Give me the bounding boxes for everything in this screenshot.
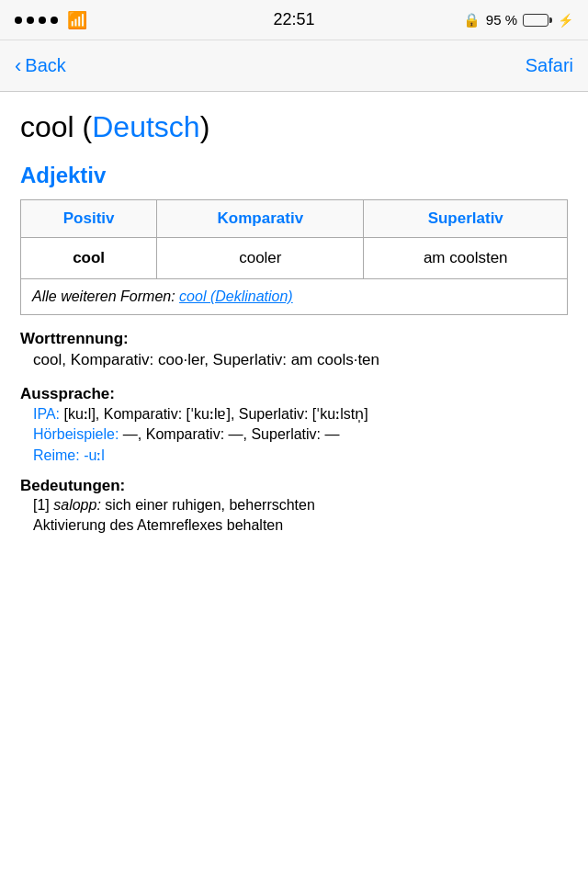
cell-komparativ: cooler <box>157 238 364 279</box>
bedeutung-item1-cont: Aktivierung des Atemreflexes behalten <box>33 517 283 533</box>
bedeutung-item1: [1] salopp: sich einer ruhigen, beherrsc… <box>33 497 315 513</box>
ipa-content: [kuːl], Komparativ: [ˈkuːlɐ], Superlativ… <box>64 406 368 422</box>
hoerbeispiele-label[interactable]: Hörbeispiele: <box>33 426 119 442</box>
alle-formen-text: Alle weiteren Formen: <box>32 288 175 304</box>
aussprache-label: Aussprache: <box>20 385 568 403</box>
col-header-komparativ: Komparativ <box>157 200 364 238</box>
back-label: Back <box>25 55 65 76</box>
lock-icon: 🔒 <box>463 12 481 28</box>
wifi-icon: 📶 <box>67 10 87 30</box>
table-row-alle-formen: Alle weiteren Formen: cool (Deklination) <box>21 279 568 315</box>
status-bar: 📶 22:51 🔒 95 % ⚡ <box>0 0 588 40</box>
hoerbeispiele-content: —, Komparativ: —, Superlativ: — <box>123 426 340 442</box>
chevron-left-icon: ‹ <box>15 54 21 78</box>
title-deutsch: Deutsch <box>92 110 199 143</box>
col-header-superlativ: Superlativ <box>364 200 568 238</box>
worttrennung-label: Worttrennung: <box>20 330 129 347</box>
bedeutungen-block: Bedeutungen: [1] salopp: sich einer ruhi… <box>20 477 568 534</box>
col-header-positiv: Positiv <box>21 200 157 238</box>
cell-superlativ: am coolsten <box>364 238 568 279</box>
battery-percent: 95 % <box>486 12 517 28</box>
worttrennung-content: cool, Komparativ: coo·ler, Superlativ: a… <box>33 351 379 368</box>
title-close-paren: ) <box>200 110 210 143</box>
nav-bar: ‹ Back Safari <box>0 40 588 92</box>
bedeutung-item1-text: sich einer ruhigen, beherrschten <box>105 497 315 513</box>
battery-icon <box>523 14 552 27</box>
status-left: 📶 <box>15 10 87 30</box>
safari-button[interactable]: Safari <box>526 55 573 76</box>
ipa-label[interactable]: IPA: <box>33 406 60 422</box>
cell-positiv: cool <box>21 238 157 279</box>
declension-table: Positiv Komparativ Superlativ cool coole… <box>20 199 568 315</box>
charging-icon: ⚡ <box>558 13 573 28</box>
title-word: cool <box>20 110 74 143</box>
bedeutung-salopp: salopp: <box>53 497 101 513</box>
worttrennung-block: Worttrennung: cool, Komparativ: coo·ler,… <box>20 330 568 372</box>
status-right: 🔒 95 % ⚡ <box>463 12 573 28</box>
page-title: cool (Deutsch) <box>20 110 568 144</box>
title-open-paren: ( <box>83 110 93 143</box>
back-button[interactable]: ‹ Back <box>15 54 66 78</box>
alle-formen-cell: Alle weiteren Formen: cool (Deklination) <box>21 279 568 315</box>
main-content: cool (Deutsch) Adjektiv Positiv Komparat… <box>0 92 588 574</box>
aussprache-block: Aussprache: IPA: [kuːl], Komparativ: [ˈk… <box>20 385 568 464</box>
section-adjektiv: Adjektiv <box>20 163 568 188</box>
table-row-forms: cool cooler am coolsten <box>21 238 568 279</box>
alle-formen-link[interactable]: cool (Deklination) <box>179 288 293 304</box>
reime-content[interactable]: -uːl <box>84 447 105 463</box>
signal-dots <box>15 17 58 24</box>
status-time: 22:51 <box>273 10 314 29</box>
reime-label[interactable]: Reime: <box>33 447 80 463</box>
bedeutungen-label: Bedeutungen: <box>20 477 568 495</box>
